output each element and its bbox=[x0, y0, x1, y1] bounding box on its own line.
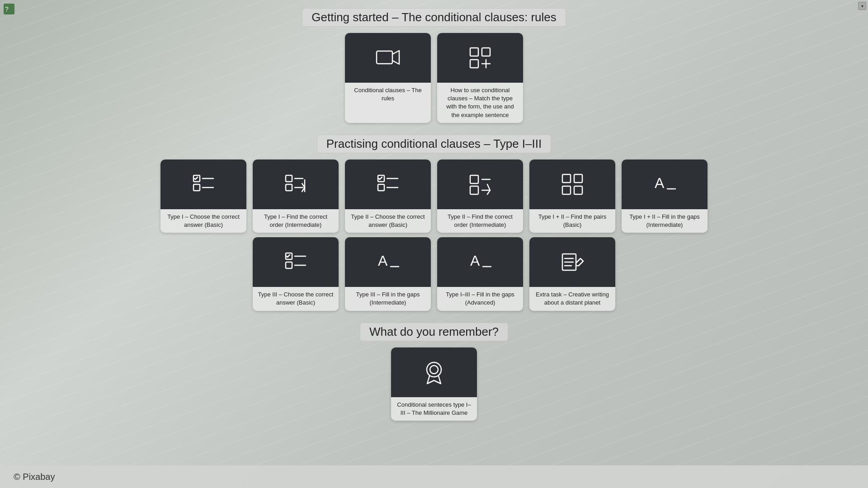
list-check-icon bbox=[190, 171, 217, 198]
card-type1-order[interactable]: Type I – Find the correct order (Interme… bbox=[253, 160, 339, 233]
card-label: Type III – Choose the correct answer (Ba… bbox=[253, 287, 339, 310]
svg-point-44 bbox=[427, 362, 441, 377]
list-down-icon bbox=[282, 171, 309, 198]
svg-rect-22 bbox=[470, 186, 478, 194]
write-icon bbox=[559, 249, 586, 276]
svg-rect-27 bbox=[562, 186, 571, 194]
svg-rect-33 bbox=[286, 262, 292, 268]
card-icon-area bbox=[160, 160, 246, 209]
svg-rect-25 bbox=[562, 174, 571, 183]
card-icon-area bbox=[529, 237, 615, 287]
scroll-indicator: ▾ bbox=[858, 2, 866, 10]
card-type2-order[interactable]: Type II – Find the correct order (Interm… bbox=[437, 160, 523, 233]
svg-rect-10 bbox=[193, 184, 200, 191]
card-icon-area bbox=[391, 347, 477, 397]
card-icon-area bbox=[529, 160, 615, 209]
svg-rect-5 bbox=[470, 60, 478, 68]
card-label: Type I–III – Fill in the gaps (Advanced) bbox=[437, 287, 523, 310]
card-millionaire[interactable]: Conditional senteces type I–III – The Mi… bbox=[391, 347, 477, 421]
grid-down-icon bbox=[467, 171, 494, 198]
practising-row1: Type I – Choose the correct answer (Basi… bbox=[160, 160, 708, 233]
card-label: Type I + II – Fill in the gaps (Intermed… bbox=[622, 209, 708, 233]
footer: © Pixabay bbox=[0, 465, 868, 488]
window-controls: ▾ bbox=[858, 2, 866, 10]
practising-row2: Type III – Choose the correct answer (Ba… bbox=[253, 237, 615, 310]
card-icon-area: A bbox=[345, 237, 431, 287]
svg-text:A: A bbox=[470, 253, 480, 269]
fill-gaps2-icon: A bbox=[374, 249, 401, 276]
card-label: Type I + II – Find the pairs (Basic) bbox=[529, 209, 615, 233]
svg-text:A: A bbox=[655, 175, 665, 191]
svg-rect-26 bbox=[574, 174, 582, 183]
card-icon-area: A bbox=[622, 160, 708, 209]
card-label: How to use conditional clauses – Match t… bbox=[437, 83, 523, 123]
svg-rect-14 bbox=[286, 184, 292, 191]
svg-text:?: ? bbox=[5, 5, 9, 13]
svg-rect-19 bbox=[378, 184, 384, 191]
card-type12-fill[interactable]: A Type I + II – Fill in the gaps (Interm… bbox=[622, 160, 708, 233]
grid-plus-icon bbox=[467, 44, 494, 71]
list-check2-icon bbox=[374, 171, 401, 198]
svg-rect-2 bbox=[377, 51, 392, 64]
card-icon-area bbox=[437, 33, 523, 83]
svg-rect-3 bbox=[470, 48, 478, 56]
card-type12-pairs[interactable]: Type I + II – Find the pairs (Basic) bbox=[529, 160, 615, 233]
svg-rect-12 bbox=[286, 175, 292, 182]
card-type1-choose[interactable]: Type I – Choose the correct answer (Basi… bbox=[160, 160, 246, 233]
remember-cards-row: Conditional senteces type I–III – The Mi… bbox=[391, 347, 477, 421]
app-icon: ? bbox=[4, 4, 14, 14]
card-label: Type I – Choose the correct answer (Basi… bbox=[160, 209, 246, 233]
card-label: Type III – Fill in the gaps (Intermediat… bbox=[345, 287, 431, 310]
card-type3-fill[interactable]: A Type III – Fill in the gaps (Intermedi… bbox=[345, 237, 431, 310]
fill-gaps-icon: A bbox=[651, 171, 678, 198]
card-type3-choose[interactable]: Type III – Choose the correct answer (Ba… bbox=[253, 237, 339, 310]
fill-gaps3-icon: A bbox=[467, 249, 494, 276]
card-label: Conditional senteces type I–III – The Mi… bbox=[391, 397, 477, 421]
card-icon-area bbox=[253, 160, 339, 209]
card-label: Type II – Find the correct order (Interm… bbox=[437, 209, 523, 233]
card-type2-choose[interactable]: Type II – Choose the correct answer (Bas… bbox=[345, 160, 431, 233]
section1-cards-row: Conditional clauses – The rules How to u… bbox=[345, 33, 523, 123]
svg-rect-28 bbox=[574, 186, 582, 194]
section2-title: Practising conditional clauses – Type I–… bbox=[317, 135, 551, 153]
card-icon-area: A bbox=[437, 237, 523, 287]
video-icon bbox=[374, 44, 401, 71]
grid4-icon bbox=[559, 171, 586, 198]
copyright-text: © Pixabay bbox=[14, 472, 55, 482]
award-icon bbox=[420, 359, 448, 386]
card-icon-area bbox=[437, 160, 523, 209]
card-conditional-rules[interactable]: Conditional clauses – The rules bbox=[345, 33, 431, 123]
card-label: Extra task – Creative writing about a di… bbox=[529, 287, 615, 310]
svg-text:A: A bbox=[378, 253, 388, 269]
card-label: Type I – Find the correct order (Interme… bbox=[253, 209, 339, 233]
svg-rect-21 bbox=[470, 175, 478, 183]
card-how-to-use[interactable]: How to use conditional clauses – Match t… bbox=[437, 33, 523, 123]
card-label: Conditional clauses – The rules bbox=[345, 83, 431, 106]
main-content: Getting started – The conditional clause… bbox=[0, 0, 868, 425]
card-extra-task[interactable]: Extra task – Creative writing about a di… bbox=[529, 237, 615, 310]
card-icon-area bbox=[345, 33, 431, 83]
card-label: Type II – Choose the correct answer (Bas… bbox=[345, 209, 431, 233]
list-check3-icon bbox=[282, 249, 309, 276]
card-type123-fill[interactable]: A Type I–III – Fill in the gaps (Advance… bbox=[437, 237, 523, 310]
svg-point-45 bbox=[430, 366, 438, 374]
card-icon-area bbox=[253, 237, 339, 287]
remember-title: What do you remember? bbox=[360, 323, 508, 341]
svg-rect-4 bbox=[482, 48, 490, 56]
section1-title: Getting started – The conditional clause… bbox=[302, 8, 566, 27]
card-icon-area bbox=[345, 160, 431, 209]
